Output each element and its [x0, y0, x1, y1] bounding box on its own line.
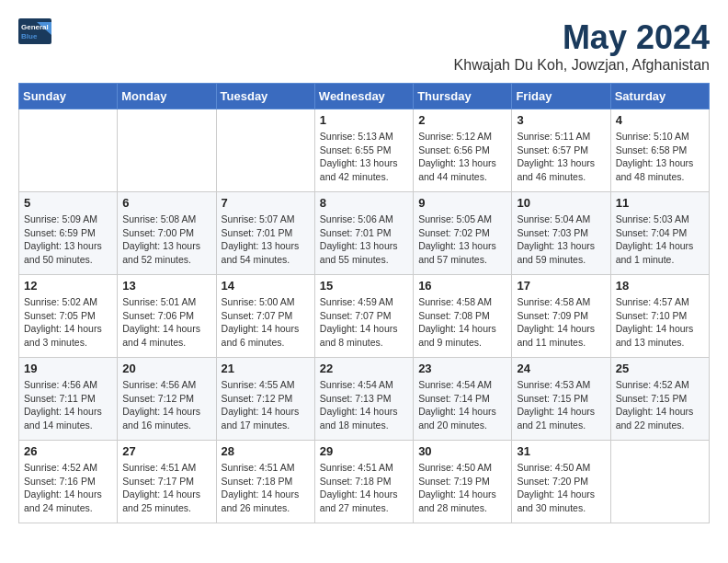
- calendar-cell: 13Sunrise: 5:01 AM Sunset: 7:06 PM Dayli…: [118, 275, 216, 358]
- calendar-cell: 17Sunrise: 4:58 AM Sunset: 7:09 PM Dayli…: [512, 275, 610, 358]
- day-info: Sunrise: 4:55 AM Sunset: 7:12 PM Dayligh…: [222, 378, 310, 432]
- day-info: Sunrise: 5:13 AM Sunset: 6:55 PM Dayligh…: [320, 130, 408, 184]
- day-info: Sunrise: 5:06 AM Sunset: 7:01 PM Dayligh…: [320, 213, 408, 267]
- calendar-cell: 28Sunrise: 4:51 AM Sunset: 7:18 PM Dayli…: [216, 441, 314, 523]
- day-info: Sunrise: 5:08 AM Sunset: 7:00 PM Dayligh…: [122, 213, 210, 267]
- header: General Blue May 2024 Khwajah Du Koh, Jo…: [18, 18, 710, 74]
- day-number: 7: [222, 196, 310, 210]
- svg-text:Blue: Blue: [21, 32, 38, 40]
- day-info: Sunrise: 4:54 AM Sunset: 7:13 PM Dayligh…: [320, 378, 408, 432]
- day-info: Sunrise: 5:12 AM Sunset: 6:56 PM Dayligh…: [418, 130, 506, 184]
- day-info: Sunrise: 5:03 AM Sunset: 7:04 PM Dayligh…: [616, 213, 704, 267]
- calendar-cell: 30Sunrise: 4:50 AM Sunset: 7:19 PM Dayli…: [414, 441, 512, 523]
- calendar-cell: 21Sunrise: 4:55 AM Sunset: 7:12 PM Dayli…: [216, 358, 314, 441]
- logo: General Blue: [18, 18, 51, 44]
- day-number: 20: [122, 362, 210, 375]
- day-number: 30: [418, 444, 506, 458]
- day-number: 27: [122, 444, 210, 458]
- week-row-3: 12Sunrise: 5:02 AM Sunset: 7:05 PM Dayli…: [19, 275, 710, 358]
- day-info: Sunrise: 4:50 AM Sunset: 7:20 PM Dayligh…: [517, 461, 605, 515]
- day-number: 13: [122, 279, 210, 293]
- day-number: 24: [517, 362, 605, 375]
- week-row-1: 1Sunrise: 5:13 AM Sunset: 6:55 PM Daylig…: [19, 109, 710, 192]
- week-row-5: 26Sunrise: 4:52 AM Sunset: 7:16 PM Dayli…: [19, 441, 710, 523]
- day-header-wednesday: Wednesday: [314, 84, 413, 109]
- calendar-cell: 29Sunrise: 4:51 AM Sunset: 7:18 PM Dayli…: [314, 441, 413, 523]
- day-number: 11: [616, 196, 704, 210]
- calendar-table: SundayMondayTuesdayWednesdayThursdayFrid…: [18, 83, 710, 523]
- day-number: 14: [222, 279, 310, 293]
- day-info: Sunrise: 4:53 AM Sunset: 7:15 PM Dayligh…: [517, 378, 605, 432]
- day-info: Sunrise: 5:04 AM Sunset: 7:03 PM Dayligh…: [517, 213, 605, 267]
- day-number: 1: [320, 113, 408, 127]
- day-info: Sunrise: 4:57 AM Sunset: 7:10 PM Dayligh…: [616, 295, 704, 350]
- header-row: SundayMondayTuesdayWednesdayThursdayFrid…: [19, 84, 710, 109]
- calendar-cell: 5Sunrise: 5:09 AM Sunset: 6:59 PM Daylig…: [19, 192, 118, 275]
- day-number: 4: [616, 113, 704, 127]
- calendar-cell: 23Sunrise: 4:54 AM Sunset: 7:14 PM Dayli…: [414, 358, 512, 441]
- day-header-saturday: Saturday: [610, 84, 709, 109]
- day-number: 31: [517, 444, 605, 458]
- day-info: Sunrise: 4:58 AM Sunset: 7:08 PM Dayligh…: [418, 295, 506, 350]
- day-number: 16: [418, 279, 506, 293]
- day-info: Sunrise: 4:54 AM Sunset: 7:14 PM Dayligh…: [418, 378, 506, 432]
- calendar-cell: 20Sunrise: 4:56 AM Sunset: 7:12 PM Dayli…: [118, 358, 216, 441]
- day-info: Sunrise: 5:05 AM Sunset: 7:02 PM Dayligh…: [418, 213, 506, 267]
- page-container: General Blue May 2024 Khwajah Du Koh, Jo…: [18, 18, 710, 523]
- day-header-thursday: Thursday: [414, 84, 512, 109]
- day-info: Sunrise: 5:11 AM Sunset: 6:57 PM Dayligh…: [517, 130, 605, 184]
- calendar-cell: [610, 441, 709, 523]
- calendar-cell: 14Sunrise: 5:00 AM Sunset: 7:07 PM Dayli…: [216, 275, 314, 358]
- day-info: Sunrise: 5:00 AM Sunset: 7:07 PM Dayligh…: [222, 295, 310, 350]
- day-header-sunday: Sunday: [19, 84, 118, 109]
- calendar-cell: [19, 109, 118, 192]
- day-info: Sunrise: 4:51 AM Sunset: 7:18 PM Dayligh…: [320, 461, 408, 515]
- calendar-cell: [118, 109, 216, 192]
- day-info: Sunrise: 4:52 AM Sunset: 7:15 PM Dayligh…: [616, 378, 704, 432]
- month-title: May 2024: [454, 18, 710, 57]
- calendar-cell: 7Sunrise: 5:07 AM Sunset: 7:01 PM Daylig…: [216, 192, 314, 275]
- title-area: May 2024 Khwajah Du Koh, Jowzjan, Afghan…: [454, 18, 710, 74]
- day-header-tuesday: Tuesday: [216, 84, 314, 109]
- day-info: Sunrise: 5:09 AM Sunset: 6:59 PM Dayligh…: [24, 213, 112, 267]
- week-row-4: 19Sunrise: 4:56 AM Sunset: 7:11 PM Dayli…: [19, 358, 710, 441]
- day-number: 12: [24, 279, 112, 293]
- day-number: 15: [320, 279, 408, 293]
- calendar-cell: 3Sunrise: 5:11 AM Sunset: 6:57 PM Daylig…: [512, 109, 610, 192]
- day-number: 19: [24, 362, 112, 375]
- day-number: 2: [418, 113, 506, 127]
- calendar-cell: 6Sunrise: 5:08 AM Sunset: 7:00 PM Daylig…: [118, 192, 216, 275]
- day-number: 8: [320, 196, 408, 210]
- day-number: 29: [320, 444, 408, 458]
- day-info: Sunrise: 4:52 AM Sunset: 7:16 PM Dayligh…: [24, 461, 112, 515]
- day-header-friday: Friday: [512, 84, 610, 109]
- calendar-cell: 27Sunrise: 4:51 AM Sunset: 7:17 PM Dayli…: [118, 441, 216, 523]
- calendar-cell: 25Sunrise: 4:52 AM Sunset: 7:15 PM Dayli…: [610, 358, 709, 441]
- day-number: 10: [517, 196, 605, 210]
- calendar-cell: 4Sunrise: 5:10 AM Sunset: 6:58 PM Daylig…: [610, 109, 709, 192]
- day-number: 3: [517, 113, 605, 127]
- calendar-cell: 18Sunrise: 4:57 AM Sunset: 7:10 PM Dayli…: [610, 275, 709, 358]
- day-number: 28: [222, 444, 310, 458]
- calendar-cell: 12Sunrise: 5:02 AM Sunset: 7:05 PM Dayli…: [19, 275, 118, 358]
- day-number: 9: [418, 196, 506, 210]
- day-info: Sunrise: 4:56 AM Sunset: 7:11 PM Dayligh…: [24, 378, 112, 432]
- day-header-monday: Monday: [118, 84, 216, 109]
- day-number: 6: [122, 196, 210, 210]
- day-number: 18: [616, 279, 704, 293]
- week-row-2: 5Sunrise: 5:09 AM Sunset: 6:59 PM Daylig…: [19, 192, 710, 275]
- svg-text:General: General: [21, 23, 49, 31]
- day-number: 5: [24, 196, 112, 210]
- logo-icon: General Blue: [18, 18, 51, 44]
- calendar-cell: 16Sunrise: 4:58 AM Sunset: 7:08 PM Dayli…: [414, 275, 512, 358]
- day-number: 23: [418, 362, 506, 375]
- calendar-cell: 19Sunrise: 4:56 AM Sunset: 7:11 PM Dayli…: [19, 358, 118, 441]
- day-info: Sunrise: 5:10 AM Sunset: 6:58 PM Dayligh…: [616, 130, 704, 184]
- calendar-cell: [216, 109, 314, 192]
- day-number: 22: [320, 362, 408, 375]
- day-info: Sunrise: 4:50 AM Sunset: 7:19 PM Dayligh…: [418, 461, 506, 515]
- calendar-cell: 2Sunrise: 5:12 AM Sunset: 6:56 PM Daylig…: [414, 109, 512, 192]
- day-number: 17: [517, 279, 605, 293]
- day-number: 21: [222, 362, 310, 375]
- calendar-cell: 10Sunrise: 5:04 AM Sunset: 7:03 PM Dayli…: [512, 192, 610, 275]
